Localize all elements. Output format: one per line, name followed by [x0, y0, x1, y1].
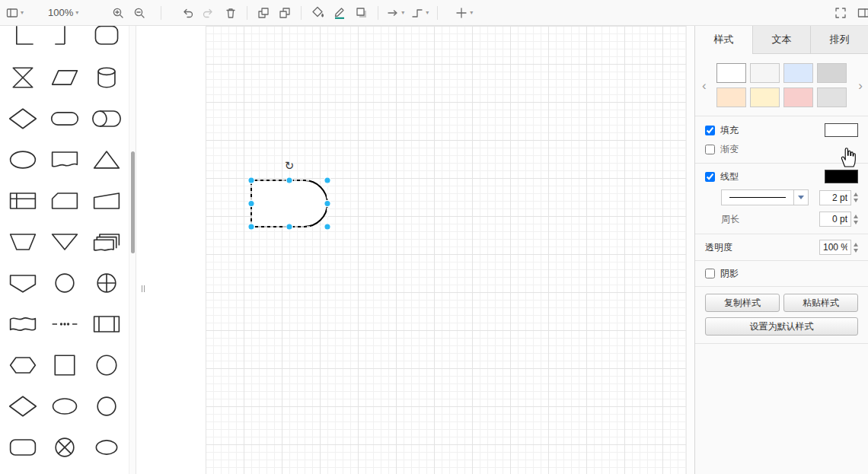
shape-horizontal-cylinder[interactable] [85, 98, 127, 139]
step-down-icon[interactable] [854, 221, 858, 224]
view-layout-button[interactable]: ▾ [5, 3, 25, 23]
line-style-preview[interactable] [721, 189, 794, 205]
redo-button[interactable] [199, 3, 217, 23]
shape-trapezoid[interactable] [2, 221, 43, 262]
step-up-icon[interactable] [854, 215, 858, 218]
shape-inverted-triangle[interactable] [43, 221, 85, 262]
connection-style-button[interactable]: ▾ [385, 3, 406, 23]
line-checkbox[interactable] [705, 172, 715, 182]
shape-multi-document[interactable] [85, 221, 127, 262]
shape-manual-input[interactable] [85, 180, 127, 221]
style-swatch-6[interactable] [783, 87, 813, 107]
to-front-button[interactable] [254, 3, 273, 23]
panel-resize-grip[interactable] [142, 285, 148, 296]
fullscreen-button[interactable] [831, 3, 850, 23]
selected-delay-shape[interactable] [251, 180, 327, 227]
insert-button[interactable]: ▾ [454, 3, 474, 23]
shape-ellipse-wide[interactable] [43, 386, 85, 427]
shape-collate-dots[interactable] [43, 304, 85, 345]
shape-diamond[interactable] [2, 98, 43, 139]
style-swatch-2[interactable] [783, 63, 813, 83]
shape-internal-storage[interactable] [2, 180, 43, 221]
handle-sw[interactable] [248, 224, 254, 230]
copy-style-button[interactable]: 复制样式 [705, 294, 780, 312]
swatch-next-arrow[interactable]: › [858, 78, 863, 91]
fill-color-swatch[interactable] [825, 123, 858, 137]
opacity-input[interactable] [819, 240, 851, 255]
handle-w[interactable] [248, 200, 254, 206]
line-style-dropdown[interactable] [794, 189, 809, 205]
shape-circle-large[interactable] [85, 345, 127, 386]
step-up-icon[interactable] [854, 243, 858, 247]
canvas-scrollbar[interactable] [686, 26, 694, 474]
style-swatch-5[interactable] [750, 87, 780, 107]
zoom-in-button[interactable] [109, 3, 127, 23]
shape-hexagon[interactable] [2, 345, 43, 386]
rotation-handle[interactable]: ↻ [285, 159, 295, 173]
shadow-toggle-button[interactable] [353, 3, 371, 23]
style-swatch-7[interactable] [817, 87, 847, 107]
shape-document[interactable] [43, 139, 85, 180]
shape-cylinder[interactable] [85, 57, 127, 98]
shape-panel-scrollbar[interactable] [129, 26, 136, 474]
handle-n[interactable] [286, 177, 292, 183]
handle-se[interactable] [324, 224, 330, 230]
trash-icon [225, 7, 237, 19]
handle-e[interactable] [324, 200, 330, 206]
shape-circle-x[interactable] [43, 427, 85, 468]
zoom-out-button[interactable] [130, 3, 148, 23]
line-color-button[interactable] [330, 3, 349, 23]
shape-rounded-rect[interactable] [2, 427, 43, 468]
shape-hourglass[interactable] [2, 57, 43, 98]
shape-parallelogram[interactable] [43, 57, 85, 98]
shape-square[interactable] [43, 345, 85, 386]
shape-ellipse[interactable] [2, 139, 43, 180]
gradient-checkbox[interactable] [705, 145, 715, 154]
style-swatch-0[interactable] [716, 63, 746, 83]
drawing-canvas[interactable]: ↻ [136, 26, 694, 474]
scrollbar-thumb[interactable] [131, 151, 135, 253]
style-swatch-4[interactable] [716, 87, 746, 107]
shape-tee[interactable] [43, 26, 85, 57]
zoom-dropdown[interactable]: 100% ▾ [43, 3, 80, 23]
shape-circle-2[interactable] [85, 386, 127, 427]
tab-text[interactable]: 文本 [752, 26, 810, 54]
shape-circle-cross[interactable] [85, 262, 127, 304]
tab-arrange[interactable]: 排列 [810, 26, 868, 54]
shadow-checkbox[interactable] [705, 269, 715, 278]
handle-nw[interactable] [248, 177, 254, 183]
format-panel-toggle-button[interactable] [854, 3, 868, 23]
shape-pentagon-shield[interactable] [2, 262, 43, 304]
handle-s[interactable] [286, 224, 292, 230]
step-down-icon[interactable] [854, 249, 858, 253]
fill-color-button[interactable] [308, 3, 327, 23]
fill-checkbox[interactable] [705, 126, 715, 135]
line-color-swatch[interactable] [825, 170, 858, 183]
shape-diamond-2[interactable] [2, 386, 43, 427]
delete-button[interactable] [222, 3, 240, 23]
handle-ne[interactable] [324, 177, 330, 183]
undo-button[interactable] [179, 3, 197, 23]
shape-ellipse-small[interactable] [85, 427, 127, 468]
to-back-button[interactable] [276, 3, 294, 23]
shape-triangle[interactable] [85, 139, 127, 180]
fullscreen-icon [834, 7, 847, 19]
shape-framed-rect[interactable] [85, 304, 127, 345]
paste-style-button[interactable]: 粘贴样式 [783, 294, 858, 312]
shape-stadium[interactable] [43, 98, 85, 139]
tab-style[interactable]: 样式 [695, 26, 752, 54]
step-up-icon[interactable] [854, 192, 858, 196]
shape-circle[interactable] [43, 262, 85, 304]
swatch-prev-arrow[interactable]: ‹ [702, 78, 707, 91]
style-swatch-3[interactable] [817, 63, 847, 83]
style-swatch-1[interactable] [750, 63, 780, 83]
shape-round-rect-top[interactable] [85, 26, 127, 57]
line-width-input[interactable] [819, 190, 851, 205]
waypoint-style-button[interactable]: ▾ [410, 3, 430, 23]
shape-card[interactable] [43, 180, 85, 221]
perimeter-input[interactable] [819, 212, 851, 227]
set-default-style-button[interactable]: 设置为默认样式 [705, 317, 858, 336]
step-down-icon[interactable] [854, 199, 858, 202]
shape-wave-banner[interactable] [2, 304, 43, 345]
shape-corner[interactable] [2, 26, 43, 57]
